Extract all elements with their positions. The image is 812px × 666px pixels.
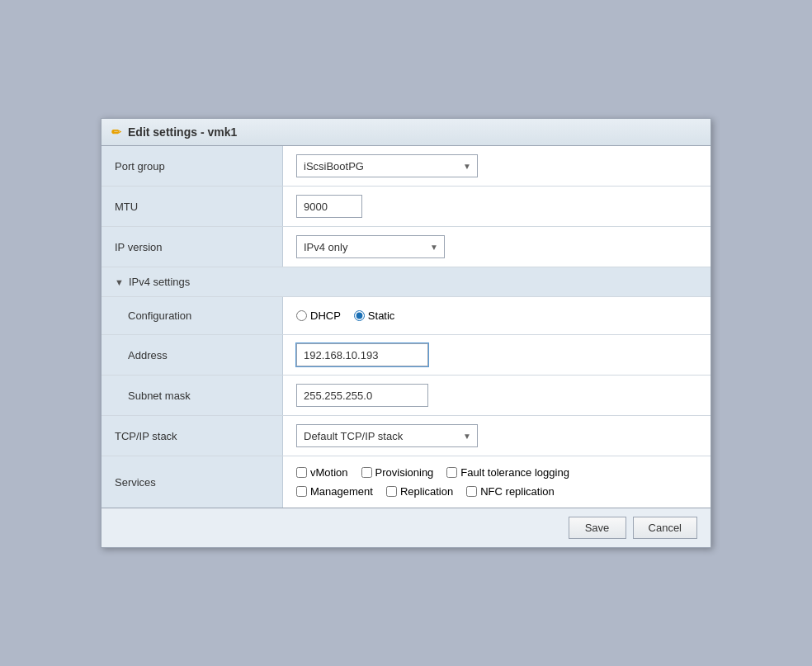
services-value-cell: vMotion Provisioning Fault tolerance log…	[283, 456, 710, 508]
dialog-title-bar: ✏ Edit settings - vmk1	[102, 119, 710, 146]
nfc-replication-checkbox[interactable]	[466, 486, 477, 497]
edit-icon: ✏	[111, 125, 121, 139]
static-label: Static	[368, 309, 395, 322]
provisioning-label: Provisioning	[375, 466, 434, 479]
address-label: Address	[102, 335, 283, 375]
static-radio-item[interactable]: Static	[354, 309, 395, 322]
provisioning-checkbox[interactable]	[361, 467, 372, 478]
ipv4-section-header[interactable]: ▼ IPv4 settings	[102, 267, 710, 296]
fault-tolerance-checkbox-item[interactable]: Fault tolerance logging	[446, 466, 569, 479]
ip-version-value-cell: IPv4 only IPv6 only IPv4 and IPv6	[283, 227, 710, 267]
ipv4-section-label: IPv4 settings	[129, 276, 190, 288]
ip-version-label: IP version	[102, 227, 283, 267]
dhcp-label: DHCP	[310, 309, 341, 322]
port-group-select[interactable]: iScsiBootPG VM Network Management Networ…	[296, 154, 478, 177]
tcp-stack-select[interactable]: Default TCP/IP stack	[296, 424, 478, 447]
services-row: Services vMotion Provisioning Fault tole…	[102, 456, 710, 508]
dialog-title: Edit settings - vmk1	[128, 125, 237, 139]
vmotion-label: vMotion	[310, 466, 348, 479]
dhcp-radio[interactable]	[296, 310, 307, 321]
subnet-mask-label: Subnet mask	[102, 376, 283, 415]
address-row: Address	[102, 335, 710, 376]
replication-label: Replication	[400, 485, 453, 498]
tcp-stack-select-wrapper: Default TCP/IP stack	[296, 424, 478, 447]
edit-settings-dialog: ✏ Edit settings - vmk1 Port group iScsiB…	[101, 118, 711, 548]
port-group-row: Port group iScsiBootPG VM Network Manage…	[102, 146, 710, 187]
subnet-mask-row: Subnet mask	[102, 376, 710, 416]
address-input[interactable]	[296, 343, 428, 366]
port-group-label: Port group	[102, 146, 283, 186]
fault-tolerance-label: Fault tolerance logging	[460, 466, 569, 479]
mtu-row: MTU	[102, 187, 710, 227]
save-button[interactable]: Save	[569, 517, 626, 539]
configuration-row: Configuration DHCP Static	[102, 297, 710, 335]
subnet-mask-value-cell	[283, 376, 710, 415]
dialog-body: Port group iScsiBootPG VM Network Manage…	[102, 146, 710, 508]
tcp-stack-label: TCP/IP stack	[102, 416, 283, 456]
collapse-icon: ▼	[115, 277, 124, 287]
replication-checkbox[interactable]	[386, 486, 397, 497]
tcp-stack-row: TCP/IP stack Default TCP/IP stack	[102, 416, 710, 456]
dialog-footer: Save Cancel	[102, 508, 710, 547]
replication-checkbox-item[interactable]: Replication	[386, 485, 453, 498]
address-value-cell	[283, 335, 710, 375]
management-checkbox[interactable]	[296, 486, 307, 497]
fault-tolerance-checkbox[interactable]	[446, 467, 457, 478]
configuration-radio-group: DHCP Static	[296, 309, 394, 322]
tcp-stack-value-cell: Default TCP/IP stack	[283, 416, 710, 456]
port-group-select-wrapper: iScsiBootPG VM Network Management Networ…	[296, 154, 478, 177]
ip-version-select-wrapper: IPv4 only IPv6 only IPv4 and IPv6	[296, 235, 445, 258]
subnet-mask-input[interactable]	[296, 384, 428, 407]
mtu-value-cell	[283, 187, 710, 226]
mtu-input[interactable]	[296, 195, 362, 218]
nfc-replication-label: NFC replication	[480, 485, 555, 498]
configuration-value-cell: DHCP Static	[283, 297, 710, 334]
management-label: Management	[310, 485, 373, 498]
services-checkbox-row-1: vMotion Provisioning Fault tolerance log…	[296, 466, 569, 479]
services-checkbox-row-2: Management Replication NFC replication	[296, 485, 555, 498]
management-checkbox-item[interactable]: Management	[296, 485, 373, 498]
mtu-label: MTU	[102, 187, 283, 226]
cancel-button[interactable]: Cancel	[633, 517, 697, 539]
ipv4-section-header-row: ▼ IPv4 settings	[102, 267, 710, 297]
vmotion-checkbox-item[interactable]: vMotion	[296, 466, 348, 479]
ip-version-row: IP version IPv4 only IPv6 only IPv4 and …	[102, 227, 710, 267]
ip-version-select[interactable]: IPv4 only IPv6 only IPv4 and IPv6	[296, 235, 445, 258]
port-group-value-cell: iScsiBootPG VM Network Management Networ…	[283, 146, 710, 186]
provisioning-checkbox-item[interactable]: Provisioning	[361, 466, 434, 479]
dhcp-radio-item[interactable]: DHCP	[296, 309, 341, 322]
configuration-label: Configuration	[102, 297, 283, 334]
static-radio[interactable]	[354, 310, 365, 321]
services-label: Services	[102, 456, 283, 508]
nfc-replication-checkbox-item[interactable]: NFC replication	[466, 485, 555, 498]
vmotion-checkbox[interactable]	[296, 467, 307, 478]
